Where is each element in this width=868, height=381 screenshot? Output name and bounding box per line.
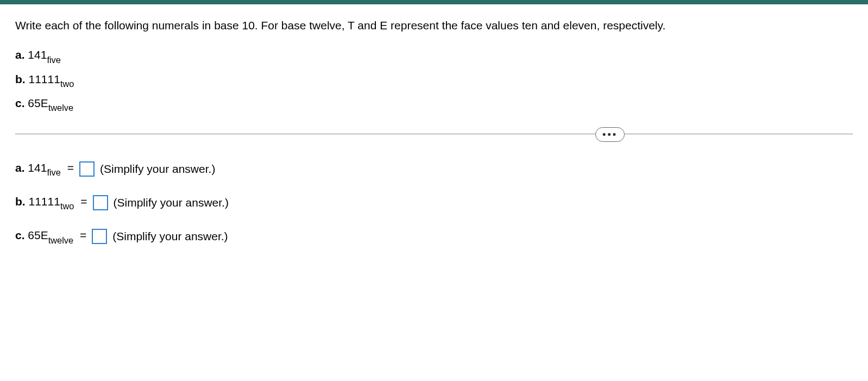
answer-input-a[interactable] (79, 161, 95, 177)
answer-value-c: 65E (28, 229, 48, 241)
answer-base-c: twelve (48, 235, 73, 245)
top-accent-bar (0, 0, 868, 4)
answer-base-b: two (60, 201, 74, 211)
answer-value-b: 11111 (29, 195, 60, 208)
answer-label-c: c. (15, 229, 25, 241)
equals-c: = (80, 229, 86, 241)
question-content: Write each of the following numerals in … (0, 4, 868, 276)
answer-input-b[interactable] (93, 195, 108, 210)
problem-value-c: 65E (28, 97, 48, 109)
problem-label-a: a. (15, 48, 25, 61)
section-divider: ••• (15, 134, 853, 134)
equals-a: = (67, 161, 74, 174)
answer-row-a: a. 141five = (Simplify your answer.) (15, 161, 853, 177)
answer-row-b: b. 11111two = (Simplify your answer.) (15, 195, 853, 210)
answer-base-a: five (47, 167, 60, 177)
problem-item-a: a. 141five (15, 48, 853, 64)
problem-item-c: c. 65Etwelve (15, 97, 853, 112)
instruction-text: Write each of the following numerals in … (15, 17, 853, 33)
equals-b: = (80, 195, 87, 208)
problem-list: a. 141five b. 11111two c. 65Etwelve (15, 48, 853, 112)
problem-label-b: b. (15, 73, 26, 85)
answer-row-c: c. 65Etwelve = (Simplify your answer.) (15, 229, 853, 244)
problem-base-c: twelve (48, 103, 73, 113)
answer-hint-b: (Simplify your answer.) (114, 196, 229, 209)
problem-value-a: 141 (28, 48, 47, 61)
answer-hint-c: (Simplify your answer.) (112, 230, 228, 243)
answer-label-b: b. (15, 195, 26, 208)
problem-item-b: b. 11111two (15, 73, 853, 88)
answer-value-a: 141 (28, 161, 47, 174)
divider-line (15, 134, 853, 134)
answer-hint-a: (Simplify your answer.) (100, 163, 215, 176)
answer-input-c[interactable] (92, 229, 107, 244)
problem-base-b: two (60, 79, 74, 89)
problem-base-a: five (47, 55, 60, 65)
answer-label-a: a. (15, 161, 25, 174)
more-button[interactable]: ••• (595, 127, 625, 142)
problem-value-b: 11111 (29, 73, 60, 85)
problem-label-c: c. (15, 97, 25, 109)
more-icon: ••• (602, 129, 618, 140)
